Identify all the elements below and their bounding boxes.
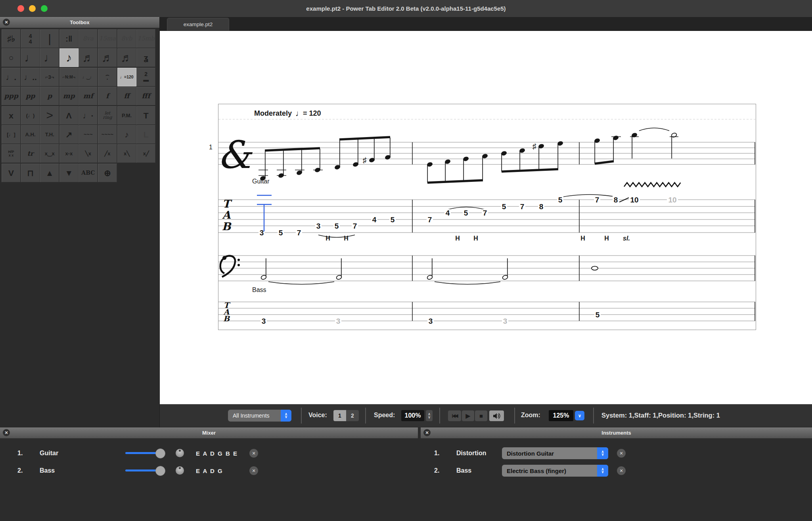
- pan-knob[interactable]: [176, 466, 184, 475]
- speed-label: Speed:: [374, 412, 395, 419]
- sharp-sign: ♯: [532, 142, 536, 151]
- guitar-tab-number: 7: [428, 216, 432, 224]
- instrument-row-name: Distortion: [456, 450, 486, 457]
- treble-clef-icon: &: [217, 133, 253, 177]
- status-text: System: 1,Staff: 1,Position: 1,String: 1: [601, 412, 720, 419]
- volume-button[interactable]: [489, 410, 504, 421]
- guitar-tab-number: 8: [539, 202, 544, 211]
- close-icon[interactable]: ✕: [3, 429, 10, 436]
- divider: [514, 408, 515, 424]
- technique-label: H: [455, 235, 460, 242]
- bass-tab-number: 3: [429, 317, 433, 325]
- speaker-icon: [492, 412, 501, 420]
- rewind-button[interactable]: |◀◀: [448, 410, 461, 421]
- voice-1-button[interactable]: 1: [333, 410, 346, 421]
- guitar-tab-number: 4: [446, 209, 450, 217]
- zoom-dropdown-button[interactable]: ∨: [575, 411, 584, 420]
- technique-label: H: [344, 235, 349, 242]
- bass-staff-label: Bass: [252, 286, 266, 293]
- mixer-row-name: Guitar: [40, 450, 58, 457]
- select-chevrons-icon: ∧∨: [597, 447, 608, 459]
- bass-tab-number: 3: [336, 317, 341, 325]
- bass-tab-number: 3: [262, 317, 266, 325]
- bass-tab-number: 5: [596, 311, 600, 319]
- divider: [593, 408, 594, 424]
- technique-label: sl.: [623, 235, 630, 242]
- voice-label: Voice:: [308, 412, 327, 419]
- notehead: [592, 266, 598, 270]
- guitar-tab-number: 5: [335, 222, 339, 230]
- tab-clef-icon: B: [222, 220, 232, 233]
- mixer-header: ✕ Mixer: [0, 427, 418, 439]
- remove-player-button[interactable]: ✕: [249, 449, 258, 458]
- guitar-tab-number: 10: [668, 196, 676, 204]
- instrument-preset-label: Electric Bass (finger): [502, 468, 597, 474]
- tab-clef-icon: B: [223, 314, 230, 323]
- mixer-row-name: Bass: [40, 467, 55, 474]
- voice-2-button[interactable]: 2: [346, 410, 359, 421]
- remove-instrument-button[interactable]: ✕: [617, 449, 626, 458]
- guitar-tab-number: 5: [464, 209, 468, 217]
- select-chevrons-icon: ∧∨: [281, 410, 291, 422]
- volume-slider-handle[interactable]: [155, 448, 165, 458]
- instrument-row-number: 2.: [434, 467, 439, 474]
- mixer-panel: ✕ Mixer 1. Guitar E A D G B E ✕ 2. Bass …: [0, 427, 418, 439]
- volume-slider-handle[interactable]: [155, 466, 165, 476]
- bass-tab-number: 3: [503, 317, 508, 325]
- instruments-panel: ✕ Instruments 1. Distortion Distortion G…: [421, 427, 812, 439]
- tuning-label: E A D G B E: [196, 450, 238, 457]
- select-chevrons-icon: ∧∨: [597, 465, 608, 477]
- guitar-tab-number: 3: [316, 222, 321, 230]
- guitar-tab-number: 5: [558, 196, 563, 204]
- technique-label: H: [604, 235, 609, 242]
- sharp-sign: ♯: [363, 156, 367, 164]
- instruments-title: Instruments: [601, 430, 631, 436]
- guitar-tab-number: 3: [260, 229, 264, 237]
- all-instruments-label: All Instruments: [228, 412, 281, 419]
- zoom-label: Zoom:: [521, 412, 540, 419]
- instrument-preset-label: Distortion Guitar: [502, 450, 597, 457]
- bottom-panels: ✕ Mixer 1. Guitar E A D G B E ✕ 2. Bass …: [0, 427, 812, 521]
- remove-player-button[interactable]: ✕: [249, 466, 258, 475]
- instrument-row-number: 1.: [434, 450, 439, 457]
- instrument-preset-select[interactable]: Distortion Guitar ∧∨: [502, 447, 608, 459]
- zoom-value[interactable]: 125%: [549, 410, 573, 421]
- stop-button[interactable]: ■: [475, 410, 487, 421]
- tuning-label: E A D G: [196, 468, 223, 474]
- remove-instrument-button[interactable]: ✕: [617, 466, 626, 475]
- guitar-tab-number: 10: [630, 196, 638, 204]
- technique-label: H: [580, 235, 585, 242]
- divider: [301, 408, 302, 424]
- guitar-tab-number: 8: [614, 196, 618, 204]
- guitar-tab-number: 7: [595, 196, 599, 204]
- guitar-tab-number: 5: [279, 229, 283, 237]
- bass-clef-icon: [222, 256, 226, 260]
- guitar-tab-number: 7: [353, 222, 357, 230]
- system-number: 1: [209, 144, 213, 151]
- score-page: [218, 104, 756, 330]
- guitar-tab-number: 7: [297, 229, 301, 237]
- technique-label: H: [326, 235, 330, 242]
- app-window: example.pt2 - Power Tab Editor 2.0 Beta …: [0, 0, 812, 521]
- close-icon[interactable]: ✕: [423, 429, 431, 436]
- instruments-header: ✕ Instruments: [421, 427, 812, 439]
- guitar-tab-number: 4: [372, 216, 377, 224]
- mixer-row-number: 1.: [17, 450, 23, 457]
- mixer-row-number: 2.: [17, 467, 23, 474]
- tempo-note-icon: ♩: [295, 109, 304, 118]
- tempo-value: = 120: [303, 109, 321, 117]
- divider: [439, 408, 440, 424]
- guitar-tab-number: 5: [391, 216, 395, 224]
- tempo-text: Moderately: [254, 109, 292, 117]
- instrument-row-name: Bass: [456, 467, 471, 474]
- instrument-preset-select[interactable]: Electric Bass (finger) ∧∨: [502, 465, 608, 477]
- bass-clef-icon: [237, 264, 240, 266]
- all-instruments-select[interactable]: All Instruments ∧∨: [228, 410, 291, 422]
- speed-stepper[interactable]: ∧∨: [426, 410, 433, 421]
- playback-toolbar: All Instruments ∧∨ Voice: 1 2 Speed: 100…: [160, 404, 812, 427]
- play-button[interactable]: ▶: [462, 410, 474, 421]
- divider: [365, 408, 366, 424]
- speed-value[interactable]: 100%: [401, 410, 424, 421]
- pan-knob[interactable]: [176, 449, 184, 457]
- guitar-tab-number: 5: [502, 202, 506, 211]
